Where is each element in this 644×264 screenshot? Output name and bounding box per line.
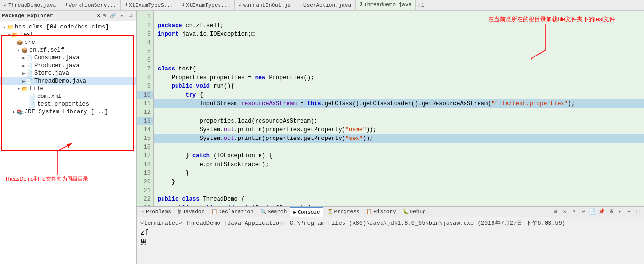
tab-label: XtExamTypeS... [129, 2, 173, 8]
search-icon: 🔍 [260, 209, 266, 215]
console-icon: ▶ [293, 209, 296, 215]
tab-warrantinout[interactable]: J warrantInOut.js [235, 0, 295, 11]
tree-item-label: Producer.java [34, 62, 80, 69]
tree-item-consumer[interactable]: ▶ 📄 Consumer.java [0, 54, 136, 62]
tab-debug[interactable]: 🐛 Debug [400, 207, 429, 217]
java-icon: J [64, 2, 67, 8]
tree-item-label: Store.java [34, 70, 69, 77]
java-file-icon: 📄 [26, 70, 33, 77]
tab-threaddemo[interactable]: J ThreadDemo.java [356, 0, 416, 11]
app-root: J ThreadDemo.java J WorkflowServ... J Xt… [0, 0, 644, 264]
tree-item-label: test [20, 31, 34, 38]
annotation-same-level: TheasDemo和file文件夹为同级目录 [5, 175, 88, 182]
tree-item-label: dom.xml [37, 93, 61, 100]
tab-useraction[interactable]: J UserAction.java [295, 0, 356, 11]
tab-progress[interactable]: ⏳ Progress [324, 207, 363, 217]
bottom-tab-bar: ⚠ Problems @ Javadoc 📋 Declaration 🔍 Sea… [137, 207, 644, 217]
src-icon: 📦 [16, 40, 23, 46]
tree-item-label: file [29, 85, 43, 92]
tab-xtexamtypes1[interactable]: J XtExamTypeS... [121, 0, 178, 11]
tab-javadoc[interactable]: @ Javadoc [175, 207, 207, 217]
editor-panel: 12345 6789 10 1112 13 1415161718 1920212… [137, 11, 644, 264]
tree-item-package[interactable]: ▾ 📦 cn.zf.self [0, 46, 136, 54]
tree-item-test[interactable]: ▾ 📂 test [0, 31, 136, 39]
maximize-panel-button[interactable]: □ [634, 208, 642, 216]
clear-button[interactable]: ✕ [561, 208, 569, 216]
expand-arrow[interactable]: ▾ [16, 48, 21, 53]
tab-workflowserv[interactable]: J WorkflowServ... [60, 0, 121, 11]
menu-button[interactable]: ▾ [118, 12, 125, 20]
tree-item-file-folder[interactable]: ▾ 📂 file [0, 85, 136, 93]
tab-history[interactable]: 📋 History [363, 207, 398, 217]
file-tree: ▾ 📁 bcs-clms [04_code/bcs-clms] ▾ 📂 test… [0, 21, 136, 264]
tab-label: ThreadDemo.java [8, 2, 56, 8]
minimize-button[interactable]: ─ [625, 208, 633, 216]
declaration-icon: 📋 [211, 209, 217, 215]
pin-console-button[interactable]: 📌 [598, 208, 605, 216]
expand-arrow[interactable]: ▶ [21, 56, 26, 61]
tree-item-label: src [25, 39, 35, 46]
tab-label: UserAction.java [303, 2, 351, 8]
link-editor-button[interactable]: 🔗 [109, 12, 117, 20]
tree-item-label: cn.zf.self [29, 47, 64, 54]
expand-arrow[interactable]: ▶ [12, 110, 16, 115]
expand-arrow[interactable]: ▾ [12, 40, 16, 45]
tree-item-label: Consumer.java [34, 55, 80, 61]
tree-item-dom-xml[interactable]: ▶ 📄 dom.xml [0, 93, 136, 100]
close-icon[interactable]: ✕ [97, 13, 100, 19]
java-icon: J [4, 2, 7, 8]
tab-label: warrantInOut.js [243, 2, 291, 8]
tab-console[interactable]: ▶ Console [290, 207, 323, 217]
tab-label: WorkflowServ... [69, 2, 116, 8]
tab-xtexamtypes2[interactable]: J XtExamTypes... [178, 0, 235, 11]
tree-item-label: ThreadDemo.java [34, 78, 86, 84]
tab-cardguarmark[interactable]: J ThreadDemo.java [0, 0, 60, 11]
debug-icon: 🐛 [403, 209, 409, 215]
java-icon: J [359, 2, 362, 7]
copy-button[interactable]: 📄 [589, 208, 596, 216]
collapse-all-button[interactable]: ⊟ [100, 12, 108, 20]
tab-problems[interactable]: ⚠ Problems [138, 207, 174, 217]
tree-item-test-properties[interactable]: ▶ 📄 test.properties [0, 100, 136, 108]
tab-search[interactable]: 🔍 Search [258, 207, 290, 217]
tab-label: Console [298, 209, 320, 215]
tree-item-jre[interactable]: ▶ 📚 JRE System Library [...] [0, 108, 136, 116]
open-console-button[interactable]: 🖥 [607, 208, 615, 216]
console-controls: ◼ ✕ ⊡ ↩ 📄 📌 🖥 ▾ ─ □ [552, 208, 642, 216]
tree-item-store[interactable]: ▶ 📄 Store.java [0, 69, 136, 77]
code-editor[interactable]: 12345 6789 10 1112 13 1415161718 1920212… [137, 11, 644, 206]
tab-declaration[interactable]: 📋 Declaration [208, 207, 257, 217]
panel-title: Package Explorer [2, 13, 96, 19]
terminate-button[interactable]: ◼ [552, 208, 560, 216]
tree-item-src[interactable]: ▾ 📦 src [0, 39, 136, 46]
folder-icon: 📂 [12, 32, 18, 38]
maximize-button[interactable]: □ [126, 12, 134, 20]
package-explorer-panel: Package Explorer ✕ ⊟ 🔗 ▾ □ ▾ 📁 bcs-clms … [0, 11, 137, 264]
tree-item-bcs-clms[interactable]: ▾ 📁 bcs-clms [04_code/bcs-clms] [0, 23, 136, 31]
jre-icon: 📚 [16, 109, 23, 115]
expand-arrow[interactable]: ▾ [2, 25, 7, 30]
tree-item-threaddemo[interactable]: ▶ 📄 ThreadDemo.java [0, 77, 136, 85]
panel-header: Package Explorer ✕ ⊟ 🔗 ▾ □ [0, 11, 136, 21]
package-icon: 📦 [21, 47, 28, 54]
scroll-lock-button[interactable]: ⊡ [570, 208, 578, 216]
tree-item-label: test.properties [37, 101, 89, 108]
line-numbers: 12345 6789 10 1112 13 1415161718 1920212… [137, 11, 154, 206]
java-icon: J [124, 2, 127, 8]
expand-arrow[interactable]: ▶ [21, 63, 26, 69]
history-icon: 📋 [366, 209, 372, 215]
expand-arrow[interactable]: ▶ [21, 71, 26, 76]
console-output-area: <terminated> ThreadDemo [Java Applicatio… [137, 217, 644, 264]
java-file-icon: 📄 [26, 55, 33, 61]
expand-arrow[interactable]: ▾ [7, 32, 12, 38]
annotation-text-content: TheasDemo和file文件夹为同级目录 [5, 176, 88, 181]
word-wrap-button[interactable]: ↩ [579, 208, 587, 216]
expand-arrow[interactable]: ▾ [16, 86, 21, 92]
java-icon: J [182, 2, 185, 8]
expand-arrow[interactable]: ▶ [21, 79, 26, 84]
tab-label: Javadoc [182, 209, 205, 215]
code-text: package cn.zf.self; import java.io.IOExc… [154, 11, 644, 206]
tree-item-producer[interactable]: ▶ 📄 Producer.java [0, 62, 136, 69]
view-menu-button[interactable]: ▾ [616, 208, 624, 216]
tab-label: Search [268, 209, 287, 215]
